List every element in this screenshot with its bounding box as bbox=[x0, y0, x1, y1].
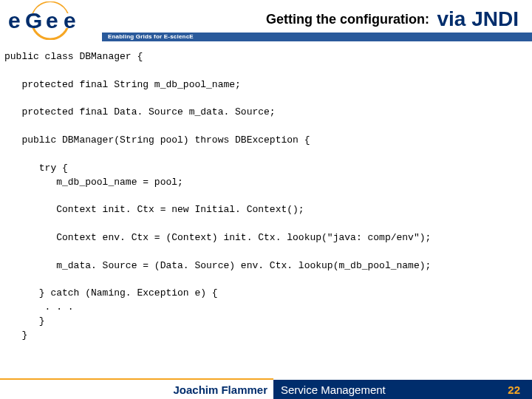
code-line: public DBManager(String pool) throws DBE… bbox=[4, 134, 310, 146]
footer-topic: Service Management bbox=[273, 380, 532, 399]
svg-text:e: e bbox=[8, 8, 21, 33]
tagline: Enabling Grids for E-sciencE bbox=[108, 33, 194, 40]
code-line: } bbox=[4, 316, 45, 327]
code-line: try { bbox=[4, 163, 68, 174]
code-line: . . . bbox=[4, 301, 74, 313]
slide-title: Getting the configuration: via JNDI bbox=[111, 7, 519, 31]
code-line: } catch (Naming. Exception e) { bbox=[4, 287, 218, 299]
svg-text:e: e bbox=[46, 8, 58, 33]
code-line: Context env. Ctx = (Context) init. Ctx. … bbox=[4, 232, 431, 243]
egee-logo: e G e e bbox=[6, 1, 102, 40]
slide: e G e e Getting the configuration: via J… bbox=[0, 0, 532, 399]
code-line: protected final String m_db_pool_name; bbox=[4, 79, 241, 90]
slide-header: e G e e Getting the configuration: via J… bbox=[0, 0, 532, 41]
title-prefix: Getting the configuration: bbox=[266, 12, 429, 27]
code-line: protected final Data. Source m_data. Sou… bbox=[4, 106, 276, 117]
code-line: m_data. Source = (Data. Source) env. Ctx… bbox=[4, 260, 431, 271]
title-accent: via JNDI bbox=[437, 7, 519, 30]
footer-author: Joachim Flammer bbox=[0, 380, 273, 399]
slide-footer: Joachim Flammer Service Management 22 bbox=[0, 380, 532, 399]
svg-text:G: G bbox=[25, 8, 42, 33]
page-number: 22 bbox=[508, 383, 520, 396]
svg-text:e: e bbox=[64, 8, 76, 33]
code-line: m_db_pool_name = pool; bbox=[4, 177, 183, 188]
code-line: public class DBManager { bbox=[4, 51, 143, 62]
code-block: public class DBManager { protected final… bbox=[4, 50, 528, 343]
code-line: } bbox=[4, 330, 27, 341]
code-line: Context init. Ctx = new Initial. Context… bbox=[4, 204, 304, 215]
